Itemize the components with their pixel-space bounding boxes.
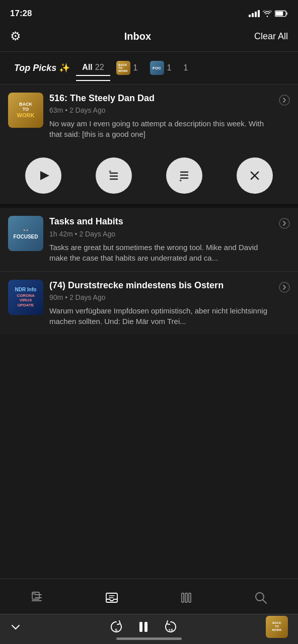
svg-rect-29 [144,622,147,632]
tab-bar [0,579,298,614]
episode-description: Tasks are great but sometimes the wrong … [49,242,275,263]
episode-artwork-focused: 👓 FOCUSED [8,216,43,251]
page-title: Inbox [124,31,151,42]
svg-rect-25 [189,593,191,602]
svg-rect-23 [182,593,184,602]
episodes-list: BACK TO WORK 516: The Steely Dan Dad 63m… [0,85,298,405]
episode-description: Warum verfügbare Impfdosen optimistisch,… [49,305,275,327]
add-to-bottom-button[interactable]: + [166,157,202,194]
tab-focused[interactable]: FOC 1 [144,58,178,78]
svg-rect-2 [275,12,283,16]
settings-gear-icon[interactable]: ⚙ [10,29,21,43]
collapse-button[interactable] [10,621,21,632]
episode-title: Tasks and Habits [49,216,275,227]
episode-chevron-icon[interactable] [279,218,290,231]
tab-other[interactable]: 1 [177,60,194,75]
episode-age: 2 Days Ago [69,106,106,114]
filter-tabs: Top Picks ✨ All 22 BACKTOWORK 1 FOC 1 1 [0,52,298,85]
svg-rect-1 [286,12,287,15]
tab-queue[interactable] [0,591,74,605]
focused-count: 1 [167,63,172,72]
tab-library[interactable] [149,591,224,605]
episode-item[interactable]: 👓 FOCUSED Tasks and Habits 1h 42m • 2 Da… [0,208,298,271]
episode-title: 516: The Steely Dan Dad [49,93,275,104]
back-to-work-filter-icon: BACKTOWORK [116,61,130,75]
episode-item[interactable]: BACK TO WORK 516: The Steely Dan Dad 63m… [0,85,298,147]
tab-search[interactable] [224,591,298,605]
episode-meta: 90m • 2 Days Ago [49,293,275,301]
top-picks-label: Top Picks [14,63,56,73]
episode-age: 2 Days Ago [69,293,106,301]
other-count: 1 [183,63,188,72]
all-label: All [82,63,92,72]
tab-top-picks[interactable]: Top Picks ✨ [8,59,76,76]
pause-button[interactable] [136,620,151,634]
play-button[interactable] [25,157,61,194]
svg-rect-24 [185,593,187,602]
signal-icon [249,10,260,17]
star-icon: ✨ [59,62,70,73]
svg-text:+: + [109,169,111,174]
action-buttons-row: + + [0,147,298,204]
episode-artwork-btw: BACK TO WORK [8,93,43,128]
status-bar: 17:28 [0,0,298,25]
episode-title: (74) Durststrecke mindestens bis Ostern [49,280,275,291]
search-icon [254,591,268,605]
svg-rect-28 [139,622,142,632]
episode-duration: 1h 42m [49,230,73,238]
episode-item[interactable]: NDR Info CORONAVIRUSUPDATE (74) Durststr… [0,272,298,335]
dismiss-button[interactable] [237,157,273,194]
episode-duration: 90m [49,293,63,301]
header: ⚙ Inbox Clear All [0,25,298,52]
library-icon [179,591,193,605]
tab-inbox[interactable] [74,591,149,605]
player-controls: 5 15 [108,619,179,635]
svg-point-3 [279,95,289,105]
episode-chevron-icon[interactable] [279,282,290,295]
svg-text:+: + [179,178,182,183]
svg-point-15 [279,282,289,292]
focused-filter-icon: FOC [150,61,164,75]
all-count: 22 [95,63,104,72]
status-time: 17:28 [10,9,32,19]
episode-chevron-icon[interactable] [279,95,290,108]
home-indicator [116,637,182,640]
episode-meta: 1h 42m • 2 Days Ago [49,230,275,238]
tab-all[interactable]: All 22 [76,60,110,76]
episode-meta: 63m • 2 Days Ago [49,106,275,114]
episode-artwork-ndr: NDR Info CORONAVIRUSUPDATE [8,280,43,315]
battery-icon [275,10,288,17]
status-icons [249,10,288,17]
svg-point-14 [279,218,289,228]
episode-description: No way am I even going to attempt a desc… [49,118,275,139]
episode-age: 2 Days Ago [79,230,115,238]
inbox-icon [105,591,119,605]
episode-duration: 63m [49,106,63,114]
skip-back-button[interactable]: 5 [108,619,124,635]
tab-back-to-work[interactable]: BACKTOWORK 1 [110,58,144,78]
skip-forward-button[interactable]: 15 [163,619,179,635]
add-to-top-button[interactable]: + [96,157,132,194]
queue-icon [30,591,44,605]
wifi-icon [263,10,272,17]
section-divider [0,204,298,208]
clear-all-button[interactable]: Clear All [254,31,288,42]
svg-line-27 [263,600,266,603]
btw-count: 1 [133,63,138,72]
player-artwork-thumbnail[interactable]: BACKTOWORK [266,616,288,638]
